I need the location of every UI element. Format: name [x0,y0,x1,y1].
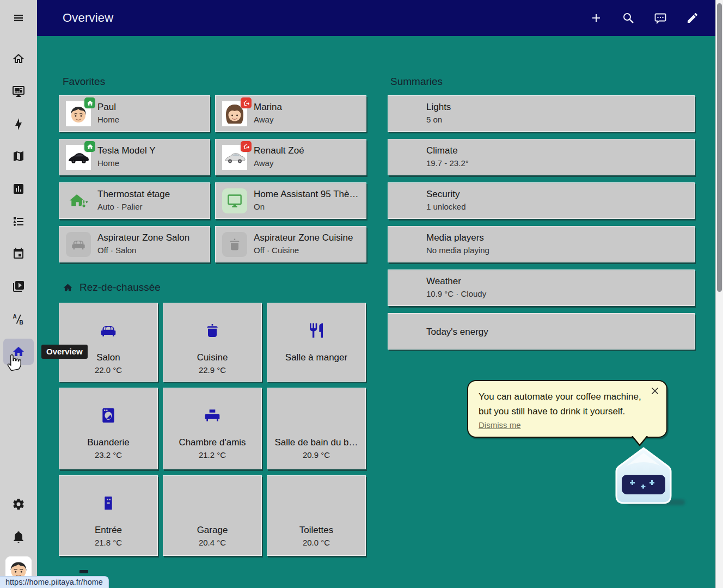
entity-name: Paul [97,101,205,113]
app-bar-actions [590,11,699,24]
summary-title: Lights [426,101,451,113]
summary-card[interactable]: Weather10.9 °C · Cloudy [388,270,695,306]
home-outline-icon[interactable] [12,52,25,65]
summary-title: Media players [426,232,489,243]
rooms-grid: Salon22.0 °CCuisine22.9 °CSalle à manger… [59,303,366,556]
room-name: Salle à manger [285,351,347,364]
entity-status: Auto · Palier [97,201,205,212]
summaries-heading: Summaries [390,76,443,88]
area-title: Rez-de-chaussée [79,281,161,293]
room-card[interactable]: Salon22.0 °C [59,303,158,382]
room-card[interactable]: Chambre d'amis21.2 °C [163,388,262,469]
away-badge-icon [241,141,252,152]
favorite-card[interactable]: Aspirateur Zone CuisineOff · Cuisine [215,226,366,262]
lightning-bolt-icon[interactable] [12,118,25,131]
home-thermometer-icon [66,188,91,213]
logbook-list-icon[interactable] [12,215,25,228]
search-icon[interactable] [622,11,635,24]
door-icon [100,494,117,513]
summary-card[interactable]: Today's energy [388,313,695,350]
favorite-card[interactable]: Tesla Model YHome [59,139,210,175]
room-card[interactable]: Salle de bain du b…20.9 °C [267,388,366,469]
bell-icon[interactable] [12,530,25,543]
svg-text:A: A [13,314,17,320]
assistant-popup: You can automate your coffee machine, bu… [467,380,667,438]
summary-card[interactable]: Media playersNo media playing [388,226,695,262]
entity-name: Aspirateur Zone Cuisine [254,232,362,243]
favorite-card[interactable]: Aspirateur Zone SalonOff · Salon [59,226,210,262]
room-name: Buanderie [87,436,130,449]
room-temperature: 23.2 °C [95,450,122,461]
entity-status: Home [97,158,205,168]
entity-status: Off · Salon [97,245,205,255]
pot-icon [222,232,247,257]
sofa-icon [66,232,91,257]
entity-name: Aspirateur Zone Salon [97,232,205,243]
url-status-bar: https://home.piitaya.fr/home [0,576,109,588]
away-badge-icon [241,97,252,108]
room-card[interactable]: Entrée21.8 °C [59,475,158,556]
ab-testing-icon[interactable]: AB [12,313,25,326]
chart-box-icon[interactable] [12,182,25,195]
summary-card[interactable]: Climate19.7 - 23.2° [388,139,695,175]
home-badge-icon [84,97,95,108]
room-temperature: 20.9 °C [303,450,330,461]
app-bar: Overview [37,0,715,36]
room-card[interactable]: Toilettes20.0 °C [267,475,366,556]
map-icon[interactable] [12,150,25,163]
bed-icon [204,407,221,425]
favorite-card[interactable]: Thermostat étageAuto · Palier [59,182,210,219]
summary-value: No media playing [426,245,489,255]
washing-machine-icon [100,407,117,425]
plus-icon[interactable] [590,11,603,24]
entity-status: Home [97,114,205,125]
home-badge-icon [84,141,95,152]
favorite-card[interactable]: Renault ZoéAway [215,139,366,175]
entity-name: Marina [254,101,362,113]
area-home-icon [63,283,73,293]
page-title: Overview [63,11,113,25]
room-name: Salon [96,351,120,364]
entity-status: Off · Cuisine [254,245,362,255]
pencil-icon[interactable] [686,11,699,24]
scrollbar-thumb[interactable] [717,3,722,292]
silverware-icon [308,322,325,340]
summary-title: Climate [426,145,469,156]
favorite-card[interactable]: MarinaAway [215,95,366,132]
summary-card[interactable]: Lights5 on [388,95,695,132]
room-card[interactable]: Salle à manger [267,303,366,382]
assistant-message: You can automate your coffee machine, bu… [479,389,645,419]
chat-icon[interactable] [654,11,667,24]
room-card[interactable]: Buanderie23.2 °C [59,388,158,469]
home-assistant-mascot[interactable] [615,445,672,506]
dismiss-link[interactable]: Dismiss me [479,420,521,430]
media-icon[interactable] [12,280,25,293]
area-header: Rez-de-chaussée [63,281,161,293]
summaries-grid: Lights5 onClimate19.7 - 23.2°Security1 u… [388,95,695,350]
monitor-icon [222,188,247,213]
calendar-icon[interactable] [12,247,25,260]
menu-icon[interactable] [12,11,25,24]
sofa-icon [100,322,117,340]
room-temperature: 20.4 °C [199,537,226,548]
sidebar: AB [0,0,37,588]
favorite-card[interactable]: Home Assistant 95 Thè…On [215,182,366,219]
sidebar-item-overview-active[interactable] [3,339,34,365]
entity-status: Away [254,158,362,168]
room-name: Cuisine [197,351,228,364]
room-card[interactable]: Garage20.4 °C [163,475,262,556]
entity-status: On [254,201,362,212]
summary-card[interactable]: Security1 unlocked [388,182,695,219]
summary-title: Weather [426,275,486,287]
next-section-peek [79,570,88,573]
favorite-card[interactable]: PaulHome [59,95,210,132]
dashboard-icon[interactable] [12,85,25,98]
summary-value: 19.7 - 23.2° [426,158,469,168]
gear-icon[interactable] [12,498,25,511]
room-card[interactable]: Cuisine22.9 °C [163,303,262,382]
close-icon[interactable] [650,386,660,396]
favorites-heading: Favorites [63,76,105,88]
entity-name: Renault Zoé [254,145,362,156]
favorites-grid: PaulHomeMarinaAwayTesla Model YHomeRenau… [59,95,366,262]
summary-title: Today's energy [426,326,488,337]
